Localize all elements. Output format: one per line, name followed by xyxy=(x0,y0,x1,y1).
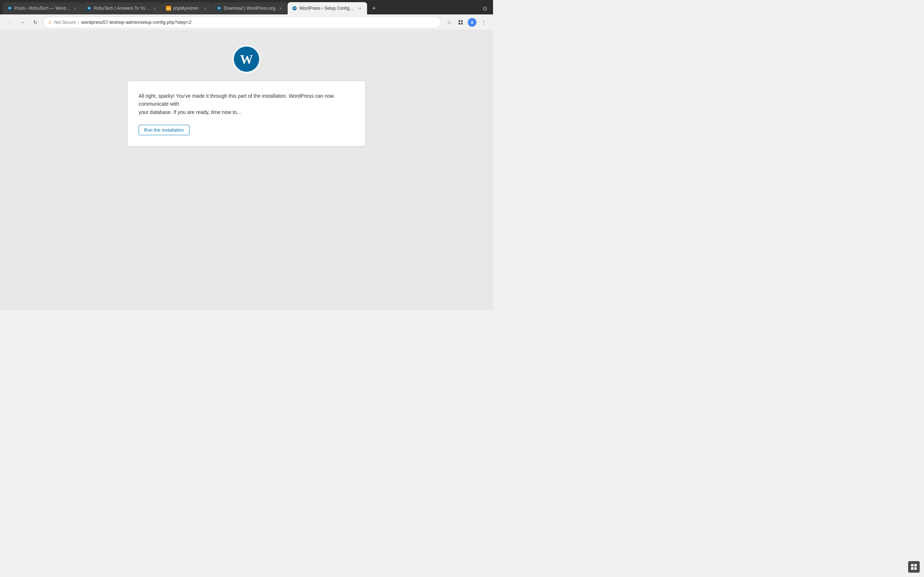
svg-text:W: W xyxy=(88,7,90,10)
svg-rect-13 xyxy=(461,23,463,24)
address-bar-separator: | xyxy=(78,20,79,25)
tab-label-3: phpMyAdmin xyxy=(173,6,200,11)
tab-setup-config[interactable]: W WordPress › Setup Configura... ✕ xyxy=(288,2,367,15)
profile-avatar: A xyxy=(468,18,477,27)
svg-rect-11 xyxy=(461,20,463,22)
not-secure-label: Not Secure xyxy=(54,20,76,25)
tab-favicon-2: W xyxy=(87,6,92,11)
forward-button[interactable]: → xyxy=(17,17,27,27)
svg-text:pMA: pMA xyxy=(166,7,171,10)
svg-text:W: W xyxy=(218,7,221,10)
tab-close-5[interactable]: ✕ xyxy=(357,5,363,11)
page-content: W All right, sparky! You've made it thro… xyxy=(0,30,493,310)
security-icon: ⚠ xyxy=(48,20,52,25)
svg-text:W: W xyxy=(9,7,11,10)
tab-rohutech-answers[interactable]: W RohuTech | Answers To Your T... ✕ xyxy=(82,2,162,15)
tab-close-3[interactable]: ✕ xyxy=(202,5,208,11)
tab-favicon-4: W xyxy=(216,6,221,11)
tab-bar: W Posts ‹ RohuTech — WordPress ✕ W RohuT… xyxy=(0,0,493,15)
tab-favicon-5: W xyxy=(292,6,297,11)
install-message: All right, sparky! You've made it throug… xyxy=(139,92,354,116)
run-installation-button[interactable]: Run the installation xyxy=(139,125,189,135)
menu-button[interactable]: ⋮ xyxy=(478,17,489,27)
svg-text:W: W xyxy=(240,52,253,67)
tab-bar-extra[interactable]: ⊙ xyxy=(479,3,490,14)
address-bar[interactable]: ⚠ Not Secure | wordpress57.test/wp-admin… xyxy=(43,16,441,28)
toolbar: ← → ↻ ⚠ Not Secure | wordpress57.test/wp… xyxy=(0,15,493,30)
svg-text:W: W xyxy=(294,7,296,10)
install-message-line1: All right, sparky! You've made it throug… xyxy=(139,93,334,107)
tab-favicon-3: pMA xyxy=(166,6,171,11)
install-card: All right, sparky! You've made it throug… xyxy=(128,81,366,147)
tab-close-4[interactable]: ✕ xyxy=(278,5,283,11)
tab-download-wordpress[interactable]: W Download | WordPress.org ✕ xyxy=(212,2,288,15)
tab-label-4: Download | WordPress.org xyxy=(224,6,275,11)
tab-close-1[interactable]: ✕ xyxy=(72,5,78,11)
svg-rect-10 xyxy=(459,20,460,22)
browser-chrome: W Posts ‹ RohuTech — WordPress ✕ W RohuT… xyxy=(0,0,493,30)
tab-phpmyadmin[interactable]: pMA phpMyAdmin ✕ xyxy=(162,2,212,15)
tab-label-5: WordPress › Setup Configura... xyxy=(299,6,355,11)
new-tab-button[interactable]: + xyxy=(368,3,380,14)
tab-close-2[interactable]: ✕ xyxy=(152,5,157,11)
svg-rect-12 xyxy=(459,23,460,24)
tab-label-2: RohuTech | Answers To Your T... xyxy=(94,6,149,11)
address-text: wordpress57.test/wp-admin/setup-config.p… xyxy=(81,19,436,25)
wordpress-logo: W xyxy=(232,45,261,74)
install-message-line2: your database. If you are ready, time no… xyxy=(139,109,241,115)
toolbar-right: ☆ A ⋮ xyxy=(444,17,489,27)
profile-button[interactable]: A xyxy=(467,17,477,27)
tab-posts-rohutech[interactable]: W Posts ‹ RohuTech — WordPress ✕ xyxy=(3,2,82,15)
tab-label-1: Posts ‹ RohuTech — WordPress xyxy=(15,6,70,11)
tab-favicon-1: W xyxy=(7,6,12,11)
back-button[interactable]: ← xyxy=(4,17,15,27)
extensions-button[interactable] xyxy=(456,17,465,27)
bookmark-button[interactable]: ☆ xyxy=(444,17,454,27)
reload-button[interactable]: ↻ xyxy=(30,17,40,27)
